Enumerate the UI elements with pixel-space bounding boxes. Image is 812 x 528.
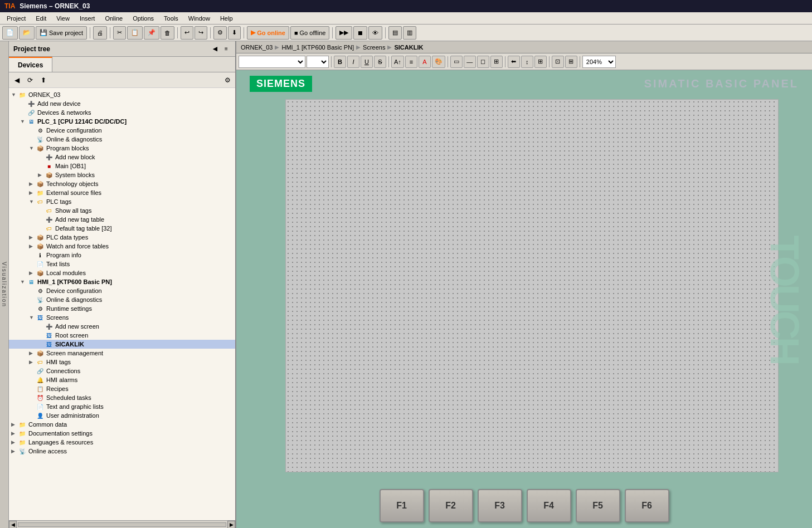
bg-color-button[interactable]: 🎨 (432, 56, 445, 68)
scroll-left[interactable]: ◀ (9, 521, 17, 529)
hmi-grid[interactable] (285, 99, 779, 472)
new-button[interactable]: 📄 (2, 26, 18, 40)
tree-item-main-ob1[interactable]: ■ Main [OB1] (9, 162, 235, 170)
tab-devices[interactable]: Devices (9, 57, 52, 72)
redo-button[interactable]: ↪ (195, 26, 207, 40)
tree-item-hmi1[interactable]: ▼ 🖥 HMI_1 [KTP600 Basic PN] (9, 277, 235, 286)
bc-item-1[interactable]: HMI_1 [KTP600 Basic PN] (281, 44, 354, 51)
menu-options[interactable]: Options (128, 14, 158, 23)
tree-item-documentation-settings[interactable]: ▶ 📁 Documentation settings (9, 429, 235, 438)
tree-item-add-new-tag-table[interactable]: ➕ Add new tag table (9, 215, 235, 224)
tree-item-watch-force-tables[interactable]: ▶ 📦 Watch and force tables (9, 242, 235, 251)
border-button[interactable]: ▭ (450, 56, 463, 68)
tree-item-user-administration[interactable]: 👤 User administration (9, 411, 235, 420)
fkey-f3[interactable]: F3 (478, 489, 522, 522)
tree-item-add-new-block[interactable]: ➕ Add new block (9, 153, 235, 162)
tree-item-hmi-tags[interactable]: ▶ 🏷 HMI tags (9, 358, 235, 366)
tree-item-plc1[interactable]: ▼ 🖥 PLC_1 [CPU 1214C DC/DC/DC] (9, 117, 235, 126)
menu-project[interactable]: Project (2, 14, 30, 23)
tree-item-languages-regions[interactable]: ▶ 📁 Languages & resources (9, 438, 235, 447)
tree-item-text-graphic-lists[interactable]: 📄 Text and graphic lists (9, 402, 235, 411)
text-color-button[interactable]: A (419, 56, 431, 68)
compile-button[interactable]: ⚙ (213, 26, 227, 40)
copy-button[interactable]: 📋 (127, 26, 143, 40)
align-center-button[interactable]: ↕ (521, 56, 533, 68)
undo-button[interactable]: ↩ (181, 26, 193, 40)
menu-online[interactable]: Online (100, 14, 127, 23)
bc-item-2[interactable]: Screens (363, 44, 385, 51)
fkey-f5[interactable]: F5 (576, 489, 620, 522)
tree-settings-icon[interactable]: ≡ (222, 45, 231, 53)
tree-item-plc-tags[interactable]: ▼ 🏷 PLC tags (9, 197, 235, 206)
menu-view[interactable]: View (52, 14, 74, 23)
text-align-button[interactable]: ≡ (405, 56, 417, 68)
fkey-f6[interactable]: F6 (625, 489, 669, 522)
tree-item-plc-data-types[interactable]: ▶ 📦 PLC data types (9, 233, 235, 242)
tree-item-default-tag-table[interactable]: 🏷 Default tag table [32] (9, 224, 235, 233)
bold-button[interactable]: B (334, 56, 346, 68)
tree-item-screens[interactable]: ▼ 🖼 Screens (9, 313, 235, 322)
tree-item-local-modules[interactable]: ▶ 📦 Local modules (9, 268, 235, 277)
tree-item-text-lists[interactable]: 📄 Text lists (9, 260, 235, 268)
tree-item-sicaklik[interactable]: 🖼 SICAKLIK (9, 340, 235, 349)
layer-button[interactable]: ⊞ (490, 56, 503, 68)
monitor-button[interactable]: 👁 (368, 26, 382, 40)
distribute-button[interactable]: ⊞ (534, 56, 547, 68)
stop-simulation-button[interactable]: ⏹ (353, 26, 367, 40)
tree-item-screen-management[interactable]: ▶ 📦 Screen management (9, 349, 235, 358)
bc-item-3[interactable]: SICAKLIK (394, 44, 423, 51)
menu-insert[interactable]: Insert (75, 14, 100, 23)
tree-item-root-screen[interactable]: 🖼 Root screen (9, 331, 235, 340)
align-left-button[interactable]: ⬅ (508, 56, 520, 68)
tree-forward-button[interactable]: ⟳ (25, 75, 36, 85)
fkey-f1[interactable]: F1 (380, 489, 424, 522)
text-size-inc-button[interactable]: A↑ (391, 56, 404, 68)
font-family-select[interactable] (239, 56, 305, 68)
tree-item-external-source-files[interactable]: ▶ 📁 External source files (9, 188, 235, 197)
tree-item-scheduled-tasks[interactable]: ⏰ Scheduled tasks (9, 393, 235, 402)
grid-button[interactable]: ⊡ (552, 56, 564, 68)
tree-item-add-device[interactable]: ➕ Add new device (9, 99, 235, 108)
fkey-f2[interactable]: F2 (429, 489, 473, 522)
scroll-right[interactable]: ▶ (227, 521, 235, 529)
tree-item-add-new-screen[interactable]: ➕ Add new screen (9, 322, 235, 331)
tree-item-hmi-online-diag[interactable]: 📡 Online & diagnostics (9, 295, 235, 304)
go-online-button[interactable]: ▶ Go online (247, 26, 289, 40)
tree-item-online-access[interactable]: ▶ 📡 Online access (9, 447, 235, 456)
layout-button-1[interactable]: ▤ (388, 26, 402, 40)
go-offline-button[interactable]: ■ Go offline (290, 26, 330, 40)
save-project-button[interactable]: 💾 Save project (36, 26, 87, 40)
paste-button[interactable]: 📌 (144, 26, 159, 40)
delete-button[interactable]: 🗑 (161, 26, 174, 40)
bc-item-0[interactable]: ORNEK_03 (241, 44, 273, 51)
menu-window[interactable]: Window (184, 14, 215, 23)
underline-button[interactable]: U (361, 56, 373, 68)
tree-item-runtime-settings[interactable]: ⚙ Runtime settings (9, 304, 235, 313)
dash-button[interactable]: — (464, 56, 476, 68)
fkey-f4[interactable]: F4 (527, 489, 571, 522)
tree-item-plc-device-config[interactable]: ⚙ Device configuration (9, 126, 235, 135)
layout-button-2[interactable]: ▥ (403, 26, 416, 40)
tree-item-system-blocks[interactable]: ▶ 📦 System blocks (9, 170, 235, 179)
font-size-select[interactable] (307, 56, 329, 68)
menu-edit[interactable]: Edit (31, 14, 51, 23)
tree-item-connections[interactable]: 🔗 Connections (9, 366, 235, 375)
cut-button[interactable]: ✂ (113, 26, 126, 40)
italic-button[interactable]: I (347, 56, 359, 68)
open-button[interactable]: 📂 (19, 26, 35, 40)
tree-item-recipes[interactable]: 📋 Recipes (9, 384, 235, 393)
snap-button[interactable]: ⊞ (565, 56, 577, 68)
tree-item-hmi-device-config[interactable]: ⚙ Device configuration (9, 286, 235, 295)
tree-collapse-icon[interactable]: ◀ (211, 45, 220, 53)
tree-item-common-data[interactable]: ▶ 📁 Common data (9, 420, 235, 429)
print-button[interactable]: 🖨 (93, 26, 107, 40)
zoom-select[interactable]: 204% 100% 150% 200% (582, 56, 616, 68)
strikethrough-button[interactable]: S (374, 56, 386, 68)
tree-back-button[interactable]: ◀ (11, 75, 22, 85)
tree-filter-button[interactable]: ⚙ (222, 75, 233, 85)
tree-item-show-all-tags[interactable]: 🏷 Show all tags (9, 206, 235, 215)
menu-tools[interactable]: Tools (159, 14, 183, 23)
download-button[interactable]: ⬇ (228, 26, 241, 40)
tree-item-program-info[interactable]: ℹ Program info (9, 251, 235, 260)
tree-item-program-blocks[interactable]: ▼ 📦 Program blocks (9, 144, 235, 153)
